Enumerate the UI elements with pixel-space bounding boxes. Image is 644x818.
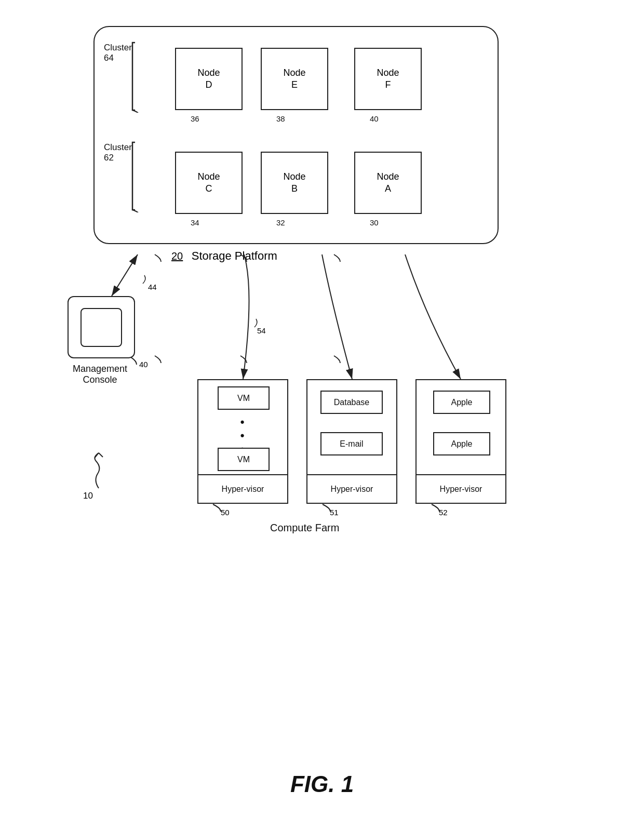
node-e-label: NodeE bbox=[283, 67, 305, 91]
server-51-hypervisor: Hyper-visor bbox=[307, 474, 396, 503]
compute-farm-label: Compute Farm bbox=[270, 522, 339, 534]
node-e-ref: 38 bbox=[276, 114, 285, 123]
server-50-ref: 50 bbox=[221, 508, 230, 517]
node-b-label: NodeB bbox=[283, 171, 305, 195]
arrow-to-server-51 bbox=[322, 254, 352, 379]
server-51-box: Database E-mail Hyper-visor bbox=[306, 379, 397, 504]
mgmt-arrow bbox=[112, 254, 138, 296]
storage-platform-label: Storage Platform bbox=[192, 249, 277, 262]
server-51-services: Database E-mail bbox=[307, 380, 396, 474]
vm-box-2: VM bbox=[218, 448, 270, 471]
arrow-44-ref: 44 bbox=[148, 283, 157, 291]
node-c-box: NodeC bbox=[175, 152, 243, 214]
arrow-to-server-50 bbox=[243, 254, 249, 379]
storage-platform-label-area: 20 Storage Platform bbox=[171, 249, 277, 263]
management-console-label: ManagementConsole bbox=[55, 364, 145, 385]
server-52-hypervisor: Hyper-visor bbox=[417, 474, 505, 503]
management-console-box bbox=[68, 296, 135, 358]
cluster-64-bracket bbox=[130, 40, 158, 113]
vm-box-1: VM bbox=[218, 386, 270, 410]
server-50-box: VM ••• VM Hyper-visor bbox=[197, 379, 288, 504]
node-b-box: NodeB bbox=[261, 152, 328, 214]
node-f-ref: 40 bbox=[370, 114, 379, 123]
node-a-label: NodeA bbox=[377, 171, 399, 195]
server-52-box: Apple Apple Hyper-visor bbox=[415, 379, 506, 504]
node-f-label: NodeF bbox=[377, 67, 399, 91]
curly-50 bbox=[213, 504, 221, 512]
server-52-ref: 52 bbox=[439, 508, 448, 517]
cluster-64-label: Cluster 64 bbox=[104, 43, 132, 63]
curly-52 bbox=[432, 504, 439, 512]
node-d-label: NodeD bbox=[197, 67, 220, 91]
apple-box-2: Apple bbox=[433, 432, 490, 455]
node-d-ref: 36 bbox=[191, 114, 199, 123]
node-e-box: NodeE bbox=[261, 48, 328, 110]
ref-10: 10 bbox=[83, 491, 93, 501]
arrow-54-ref: 54 bbox=[257, 326, 266, 335]
database-box: Database bbox=[320, 391, 383, 414]
curly-51 bbox=[323, 504, 330, 512]
server-51-ref: 51 bbox=[330, 508, 339, 517]
storage-platform-ref: 20 bbox=[171, 250, 183, 262]
server-50-services: VM ••• VM bbox=[198, 380, 287, 474]
node-d-box: NodeD bbox=[175, 48, 243, 110]
storage-platform-box: Cluster 64 Cluster 62 NodeD 36 NodeE bbox=[93, 26, 499, 244]
server-52-services: Apple Apple bbox=[417, 380, 505, 474]
node-c-label: NodeC bbox=[197, 171, 220, 195]
cluster-62-label: Cluster 62 bbox=[104, 142, 132, 163]
fig-label: FIG. 1 bbox=[290, 771, 354, 797]
node-a-box: NodeA bbox=[354, 152, 422, 214]
node-b-ref: 32 bbox=[276, 218, 285, 227]
cluster-62-bracket bbox=[130, 140, 158, 212]
node-a-ref: 30 bbox=[370, 218, 379, 227]
ref-10-arrow bbox=[83, 452, 114, 493]
email-box: E-mail bbox=[320, 432, 383, 455]
mgmt-ref: 40 bbox=[139, 360, 148, 369]
arrow-to-server-52 bbox=[405, 254, 461, 379]
node-c-ref: 34 bbox=[191, 218, 199, 227]
apple-box-1: Apple bbox=[433, 391, 490, 414]
ref-10-area: 10 bbox=[83, 452, 114, 495]
node-f-box: NodeF bbox=[354, 48, 422, 110]
management-console-inner bbox=[81, 308, 122, 347]
server-50-hypervisor: Hyper-visor bbox=[198, 474, 287, 503]
